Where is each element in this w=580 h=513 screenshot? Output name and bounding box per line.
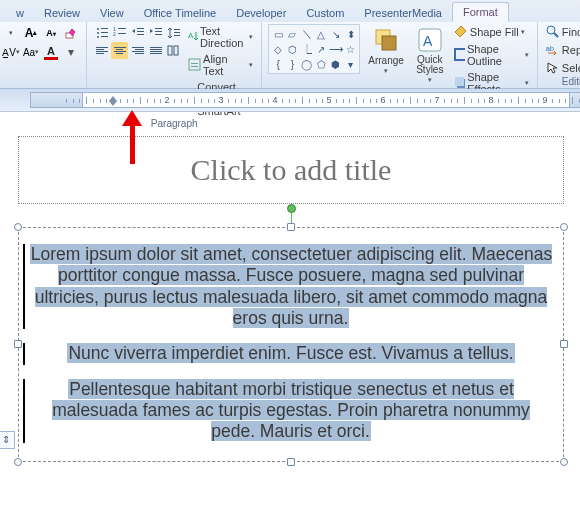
group-paragraph: 12 AText Direction ▾ Align Text ▾ Conver…	[87, 22, 262, 88]
svg-rect-30	[382, 36, 396, 50]
svg-rect-10	[118, 33, 126, 34]
shrink-font-button[interactable]: A▾	[42, 24, 60, 42]
svg-rect-6	[101, 36, 108, 37]
arrange-label: Arrange	[368, 55, 404, 66]
columns-button[interactable]	[165, 42, 182, 59]
body-text-2: Nunc viverra imperdiet enim. Fusce est. …	[67, 343, 514, 363]
resize-handle-br[interactable]	[560, 458, 568, 466]
tab-developer[interactable]: Developer	[226, 4, 296, 22]
clear-formatting-button[interactable]	[62, 24, 80, 42]
align-text-button[interactable]: Align Text ▾	[186, 52, 255, 78]
rotation-stem	[291, 213, 292, 223]
svg-rect-24	[191, 63, 198, 64]
tab-presentermedia[interactable]: PresenterMedia	[354, 4, 452, 22]
horizontal-ruler[interactable]: 123456789	[30, 92, 580, 108]
resize-handle-tr[interactable]	[560, 223, 568, 231]
svg-text:ab: ab	[546, 45, 554, 52]
tab-view[interactable]: View	[90, 4, 134, 22]
ribbon: ▾ A▴ A▾ A̲V ▾ Aa ▾ A ▾ 12	[0, 22, 580, 89]
resize-handle-bl[interactable]	[14, 458, 22, 466]
svg-rect-33	[455, 49, 465, 60]
svg-rect-11	[137, 28, 144, 29]
svg-rect-4	[101, 32, 108, 33]
svg-rect-8	[118, 28, 126, 29]
font-color-dropdown[interactable]: ▾	[62, 43, 80, 61]
svg-line-37	[554, 33, 558, 37]
line-spacing-button[interactable]	[165, 24, 182, 41]
svg-rect-16	[155, 34, 162, 35]
resize-handle-r[interactable]	[560, 340, 568, 348]
char-spacing-button[interactable]: A̲V ▾	[2, 43, 20, 61]
group-editing: Find abReplace ▾ Select ▾ Editing	[538, 22, 580, 88]
svg-rect-15	[155, 31, 162, 32]
hanging-indent-marker[interactable]	[109, 101, 117, 108]
font-size-field[interactable]: ▾	[2, 24, 20, 42]
first-line-indent-marker[interactable]	[109, 92, 117, 101]
autofit-options-button[interactable]: ⇕	[0, 431, 15, 449]
body-paragraph-1[interactable]: Lorem ipsum dolor sit amet, consectetuer…	[29, 244, 553, 329]
ribbon-tabs: w Review View Office Timeline Developer …	[0, 0, 580, 22]
text-direction-label: Text Direction	[200, 25, 247, 49]
shape-outline-label: Shape Outline	[467, 43, 523, 67]
tab-office-timeline[interactable]: Office Timeline	[134, 4, 227, 22]
group-font: ▾ A▴ A▾ A̲V ▾ Aa ▾ A ▾	[0, 22, 87, 88]
quick-styles-button[interactable]: A Quick Styles▾	[412, 24, 448, 86]
resize-handle-t[interactable]	[287, 223, 295, 231]
group-drawing: ▭▱＼△↘⬍ ◇⬡⎿↗⟶☆ {}◯⬠⬢▾ Arrange▾ A Quick St…	[262, 22, 537, 88]
group-paragraph-title: Paragraph	[93, 118, 255, 130]
tab-custom[interactable]: Custom	[296, 4, 354, 22]
body-paragraph-2[interactable]: Nunc viverra imperdiet enim. Fusce est. …	[29, 343, 553, 364]
resize-handle-l[interactable]	[14, 340, 22, 348]
svg-rect-35	[455, 77, 464, 86]
svg-rect-23	[189, 59, 200, 70]
svg-rect-12	[137, 31, 144, 32]
resize-handle-b[interactable]	[287, 458, 295, 466]
replace-label: Replace	[562, 44, 580, 56]
tab-review[interactable]: Review	[34, 4, 90, 22]
svg-rect-18	[174, 32, 180, 33]
title-placeholder-text: Click to add title	[29, 153, 553, 187]
align-left-button[interactable]	[93, 42, 110, 59]
svg-rect-21	[174, 46, 178, 55]
group-editing-title: Editing	[544, 76, 580, 88]
shape-outline-button[interactable]: Shape Outline ▾	[452, 42, 531, 68]
select-label: Select	[562, 62, 580, 74]
title-placeholder[interactable]: Click to add title	[18, 136, 564, 204]
shape-fill-label: Shape Fill	[470, 26, 519, 38]
find-label: Find	[562, 26, 580, 38]
ruler-area: 123456789	[0, 89, 580, 112]
find-button[interactable]: Find	[544, 24, 580, 40]
slide-canvas[interactable]: Click to add title ⇕ Lorem ipsum dolor s…	[0, 112, 580, 462]
align-right-button[interactable]	[129, 42, 146, 59]
body-text-1: Lorem ipsum dolor sit amet, consectetuer…	[30, 244, 552, 328]
decrease-indent-button[interactable]	[129, 24, 146, 41]
replace-button[interactable]: abReplace ▾	[544, 42, 580, 58]
text-direction-button[interactable]: AText Direction ▾	[186, 24, 255, 50]
svg-point-3	[97, 32, 99, 34]
svg-rect-20	[168, 46, 172, 55]
svg-point-1	[97, 28, 99, 30]
shape-fill-button[interactable]: Shape Fill ▾	[452, 24, 531, 40]
justify-button[interactable]	[147, 42, 164, 59]
shapes-gallery[interactable]: ▭▱＼△↘⬍ ◇⬡⎿↗⟶☆ {}◯⬠⬢▾	[268, 24, 360, 74]
svg-rect-13	[137, 34, 144, 35]
align-center-button[interactable]	[111, 42, 128, 59]
change-case-button[interactable]: Aa ▾	[22, 43, 40, 61]
tab-format[interactable]: Format	[452, 2, 509, 22]
svg-rect-25	[191, 66, 198, 67]
body-placeholder[interactable]: ⇕ Lorem ipsum dolor sit amet, consectetu…	[18, 227, 564, 462]
rotation-handle[interactable]	[287, 204, 296, 213]
select-button[interactable]: Select ▾	[544, 60, 580, 76]
quick-styles-label: Quick Styles	[416, 55, 443, 75]
bullets-button[interactable]	[93, 24, 110, 41]
increase-indent-button[interactable]	[147, 24, 164, 41]
arrange-button[interactable]: Arrange▾	[364, 24, 408, 77]
group-font-title	[2, 76, 80, 88]
numbering-button[interactable]: 12	[111, 24, 128, 41]
svg-text:A: A	[423, 33, 433, 49]
body-paragraph-3[interactable]: Pellentesque habitant morbi tristique se…	[29, 379, 553, 443]
tab-partial[interactable]: w	[6, 4, 34, 22]
font-color-button[interactable]: A	[42, 43, 60, 61]
grow-font-button[interactable]: A▴	[22, 24, 40, 42]
resize-handle-tl[interactable]	[14, 223, 22, 231]
